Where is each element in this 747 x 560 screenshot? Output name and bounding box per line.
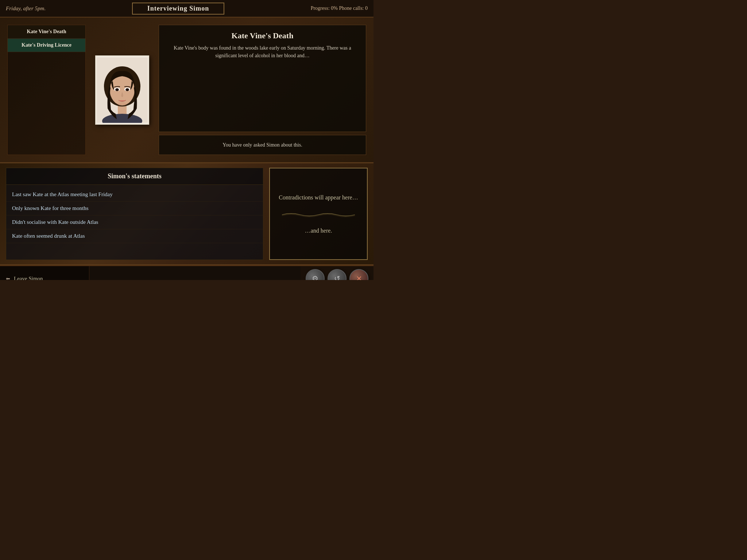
leave-simon-label: Leave Simon: [14, 276, 43, 280]
photo-frame: [95, 55, 149, 125]
statements-heading: Simon's statements: [6, 168, 263, 185]
contradictions-panel: Contradictions will appear here… …and he…: [269, 168, 368, 260]
footer-nav: ⬅ Leave Simon ➡ Interview Emma: [0, 266, 89, 280]
info-card-body: Kate Vine's body was found in the woods …: [166, 44, 359, 59]
footer-right: ⚙ ↺ ✕ CONTRADICTION: [301, 266, 374, 280]
refresh-button[interactable]: ↺: [328, 269, 347, 280]
footer: ⬅ Leave Simon ➡ Interview Emma Jenks kno…: [0, 265, 374, 280]
close-button[interactable]: ✕: [349, 269, 368, 280]
statement-item[interactable]: Last saw Kate at the Atlas meeting last …: [6, 188, 263, 202]
controls-row: ⚙ ↺ ✕: [306, 269, 368, 280]
wave-divider: [276, 209, 361, 220]
progress-label: Progress: 0% Phone calls: 0: [311, 5, 368, 11]
statement-item[interactable]: Kate often seemed drunk at Atlas: [6, 229, 263, 243]
refresh-icon: ↺: [334, 274, 340, 280]
svg-point-11: [118, 102, 127, 106]
topic-item-death[interactable]: Kate Vine's Death: [8, 25, 85, 39]
statements-list: Last saw Kate at the Atlas meeting last …: [6, 185, 263, 246]
nav-leave-simon[interactable]: ⬅ Leave Simon: [6, 276, 83, 280]
settings-button[interactable]: ⚙: [306, 269, 325, 280]
svg-point-9: [116, 89, 118, 91]
topics-panel: Kate Vine's Death Kate's Driving Licence: [7, 25, 86, 155]
statement-item[interactable]: Didn't socialise with Kate outside Atlas: [6, 215, 263, 229]
statement-item[interactable]: Only known Kate for three months: [6, 202, 263, 215]
footer-message: Jenks knocks at the door.: [164, 280, 226, 280]
portrait-image: [97, 57, 148, 123]
settings-icon: ⚙: [312, 274, 318, 280]
info-card-main: Kate Vine's Death Kate Vine's body was f…: [159, 25, 366, 132]
arrow-left-icon: ⬅: [6, 276, 10, 280]
main-content-area: Kate Vine's Death Kate's Driving Licence: [0, 18, 374, 163]
time-label: Friday, after 5pm.: [6, 5, 46, 12]
info-panel: Kate Vine's Death Kate Vine's body was f…: [159, 25, 366, 155]
footer-center: Jenks knocks at the door.: [89, 266, 301, 280]
contradiction-text-bottom: …and here.: [305, 228, 332, 234]
info-card-title: Kate Vine's Death: [166, 31, 359, 40]
header-bar: Friday, after 5pm. Interviewing Simon Pr…: [0, 0, 374, 18]
interview-title: Interviewing Simon: [132, 3, 225, 15]
topic-item-licence[interactable]: Kate's Driving Licence: [8, 39, 85, 52]
info-card-note: You have only asked Simon about this.: [159, 135, 366, 155]
svg-point-10: [126, 89, 128, 91]
close-icon: ✕: [356, 274, 362, 280]
photo-panel: [93, 25, 151, 155]
statements-section: Simon's statements Last saw Kate at the …: [0, 163, 374, 265]
contradiction-text-top: Contradictions will appear here…: [279, 194, 358, 202]
statements-panel: Simon's statements Last saw Kate at the …: [6, 168, 263, 260]
